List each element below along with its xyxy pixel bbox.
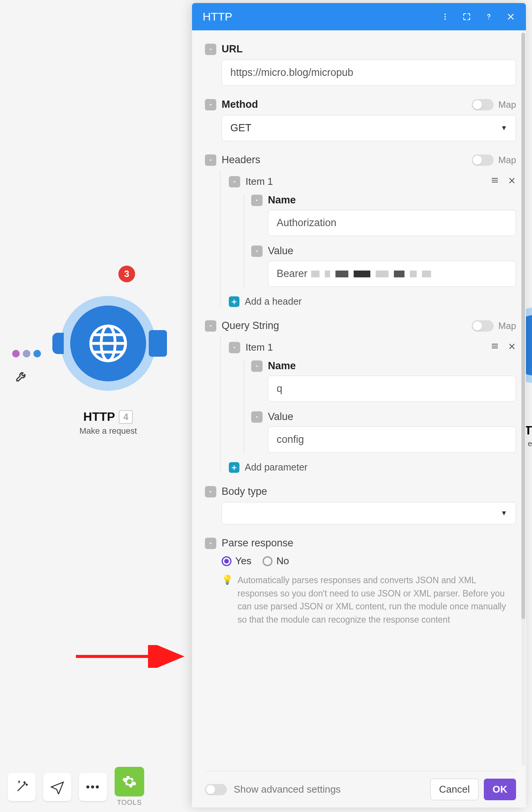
map-label: Map — [498, 99, 516, 110]
add-header-label: Add a header — [245, 296, 302, 307]
caret-down-icon: ▼ — [501, 509, 507, 517]
parse-no-label: No — [276, 555, 289, 567]
drag-handle-icon[interactable] — [490, 341, 499, 353]
panel-title: HTTP — [203, 10, 232, 23]
collapse-toggle[interactable] — [205, 486, 216, 497]
parse-yes-radio[interactable]: Yes — [222, 555, 251, 567]
headers-field: Headers Map Item 1 — [205, 154, 516, 307]
ok-button[interactable]: OK — [484, 779, 516, 800]
operations-count-badge: 3 — [118, 266, 135, 282]
header-name-input[interactable] — [268, 210, 516, 236]
add-header-button[interactable]: ＋ — [229, 296, 239, 307]
header-item-title: Item 1 — [246, 176, 273, 187]
globe-icon — [87, 323, 129, 364]
parse-no-radio[interactable]: No — [263, 555, 289, 567]
url-field: URL — [205, 43, 516, 86]
airplane-button[interactable] — [43, 773, 71, 801]
parse-yes-label: Yes — [235, 555, 251, 567]
query-string-field: Query String Map Item 1 — [205, 320, 516, 473]
close-icon[interactable] — [506, 12, 515, 21]
delete-icon[interactable] — [508, 176, 516, 187]
help-icon[interactable] — [484, 12, 493, 21]
collapse-toggle[interactable] — [251, 245, 263, 257]
url-label: URL — [222, 43, 243, 55]
advanced-toggle[interactable] — [205, 784, 227, 795]
collapse-toggle[interactable] — [251, 360, 263, 372]
drag-handle-icon[interactable] — [490, 176, 499, 187]
query-value-label: Value — [268, 411, 293, 423]
svg-point-3 — [444, 14, 446, 15]
ellipsis-icon: ••• — [86, 781, 100, 793]
collapse-toggle[interactable] — [205, 44, 216, 55]
method-map-toggle[interactable] — [472, 99, 494, 110]
gear-icon — [122, 774, 137, 789]
collapse-toggle[interactable] — [229, 176, 240, 187]
http-module-node[interactable]: HTTP 4 Make a request — [55, 296, 161, 436]
tools-label: TOOLS — [117, 799, 142, 807]
menu-icon[interactable] — [441, 13, 449, 21]
method-field: Method Map GET ▼ — [205, 99, 516, 141]
method-value: GET — [230, 122, 252, 134]
header-value-prefix: Bearer — [277, 268, 307, 280]
svg-point-6 — [488, 19, 489, 19]
panel-body: URL Method Map GET ▼ — [192, 30, 526, 807]
svg-point-4 — [444, 16, 446, 17]
parse-response-label: Parse response — [222, 537, 293, 549]
parse-response-field: Parse response Yes No 💡 Automatically pa… — [205, 537, 516, 626]
collapse-toggle[interactable] — [229, 342, 240, 353]
query-value-input[interactable] — [268, 426, 516, 453]
radio-dot-icon — [263, 556, 272, 566]
node-index-badge: 4 — [119, 410, 133, 424]
advanced-label: Show advanced settings — [234, 784, 341, 795]
map-label: Map — [498, 321, 516, 331]
expand-icon[interactable] — [462, 12, 471, 21]
tools-button[interactable] — [115, 767, 144, 796]
query-name-input[interactable] — [268, 376, 516, 402]
node-title-text: HTTP — [83, 410, 115, 424]
body-type-label: Body type — [222, 486, 267, 497]
header-name-label: Name — [268, 194, 296, 206]
url-input[interactable] — [222, 60, 516, 86]
map-label: Map — [498, 155, 516, 165]
add-parameter-button[interactable]: ＋ — [229, 462, 239, 473]
method-select[interactable]: GET ▼ — [222, 115, 516, 141]
body-type-field: Body type ▼ — [205, 486, 516, 524]
query-item-title: Item 1 — [246, 341, 273, 353]
more-button[interactable]: ••• — [79, 773, 107, 801]
method-label: Method — [222, 99, 258, 110]
module-config-panel: HTTP URL Method — [192, 3, 526, 807]
magic-wand-button[interactable] — [8, 773, 36, 801]
parse-hint-text: Automatically parses responses and conve… — [238, 574, 516, 626]
collapse-toggle[interactable] — [205, 99, 216, 110]
header-value-label: Value — [268, 245, 293, 257]
collapse-toggle[interactable] — [205, 154, 216, 166]
headers-label: Headers — [222, 154, 260, 166]
wrench-icon[interactable] — [15, 370, 28, 386]
caret-down-icon: ▼ — [501, 124, 507, 132]
connection-status-dots — [12, 350, 41, 357]
query-label: Query String — [222, 320, 279, 332]
lightbulb-icon: 💡 — [222, 574, 233, 585]
annotation-arrow — [76, 645, 190, 668]
delete-icon[interactable] — [508, 341, 516, 353]
header-value-input[interactable]: Bearer — [268, 261, 516, 287]
collapse-toggle[interactable] — [251, 195, 263, 206]
query-map-toggle[interactable] — [472, 320, 494, 332]
collapse-toggle[interactable] — [205, 538, 216, 549]
panel-footer: Show advanced settings Cancel OK — [205, 771, 516, 802]
panel-header: HTTP — [192, 3, 526, 30]
query-name-label: Name — [268, 360, 296, 372]
canvas-toolbar: ••• TOOLS — [8, 767, 144, 807]
radio-dot-icon — [222, 556, 231, 566]
headers-map-toggle[interactable] — [472, 154, 494, 166]
collapse-toggle[interactable] — [205, 320, 216, 332]
body-type-select[interactable]: ▼ — [222, 502, 516, 524]
node-subtitle: Make a request — [79, 426, 137, 436]
cancel-button[interactable]: Cancel — [430, 779, 478, 800]
svg-point-5 — [444, 19, 446, 20]
collapse-toggle[interactable] — [251, 411, 263, 423]
add-parameter-label: Add parameter — [245, 462, 307, 473]
next-node-sub-fragment: e — [528, 439, 532, 448]
